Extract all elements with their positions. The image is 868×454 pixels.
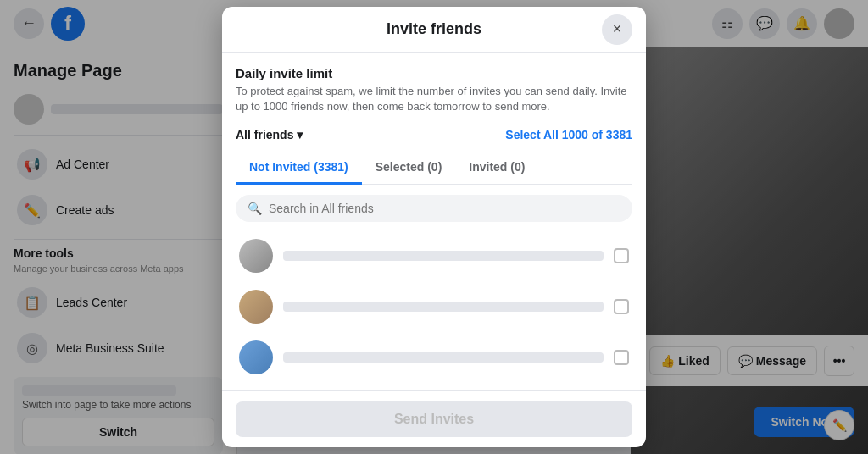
friend-name-2 [283, 302, 604, 312]
friend-avatar-2 [239, 290, 273, 324]
tab-invited[interactable]: Invited (0) [455, 152, 538, 185]
friend-item[interactable] [236, 283, 632, 330]
modal-overlay: Invite friends × Daily invite limit To p… [0, 0, 868, 454]
modal-tabs: Not Invited (3381) Selected (0) Invited … [236, 152, 632, 185]
friend-item[interactable] [236, 385, 632, 390]
modal-body: Daily invite limit To protect against sp… [222, 53, 646, 390]
filter-row: All friends ▾ Select All 1000 of 3381 [236, 128, 632, 141]
tab-not-invited[interactable]: Not Invited (3381) [236, 152, 362, 185]
search-icon: 🔍 [248, 202, 262, 215]
friend-item[interactable] [236, 334, 632, 381]
modal-close-button[interactable]: × [602, 14, 632, 45]
chevron-down-icon: ▾ [297, 128, 303, 141]
tab-selected[interactable]: Selected (0) [362, 152, 456, 185]
friend-checkbox-1[interactable] [614, 248, 629, 263]
search-box: 🔍 [236, 195, 632, 222]
friend-name-1 [283, 251, 604, 261]
modal-title: Invite friends [387, 20, 481, 38]
friend-list [236, 232, 632, 390]
friend-checkbox-2[interactable] [614, 299, 629, 314]
friend-name-3 [283, 352, 604, 363]
select-all-link[interactable]: Select All 1000 of 3381 [505, 128, 632, 141]
invite-friends-modal: Invite friends × Daily invite limit To p… [222, 7, 646, 447]
friend-avatar-1 [239, 239, 273, 273]
friend-avatar-3 [239, 340, 273, 374]
send-invites-button[interactable]: Send Invites [236, 401, 632, 437]
friend-item[interactable] [236, 232, 632, 280]
filter-label: All friends [236, 128, 293, 141]
modal-header: Invite friends × [222, 7, 646, 53]
filter-dropdown[interactable]: All friends ▾ [236, 128, 303, 141]
friend-checkbox-3[interactable] [614, 350, 629, 365]
limit-desc: To protect against spam, we limit the nu… [236, 84, 632, 114]
search-input[interactable] [269, 202, 620, 215]
limit-title: Daily invite limit [236, 66, 632, 80]
modal-footer: Send Invites [222, 390, 646, 447]
